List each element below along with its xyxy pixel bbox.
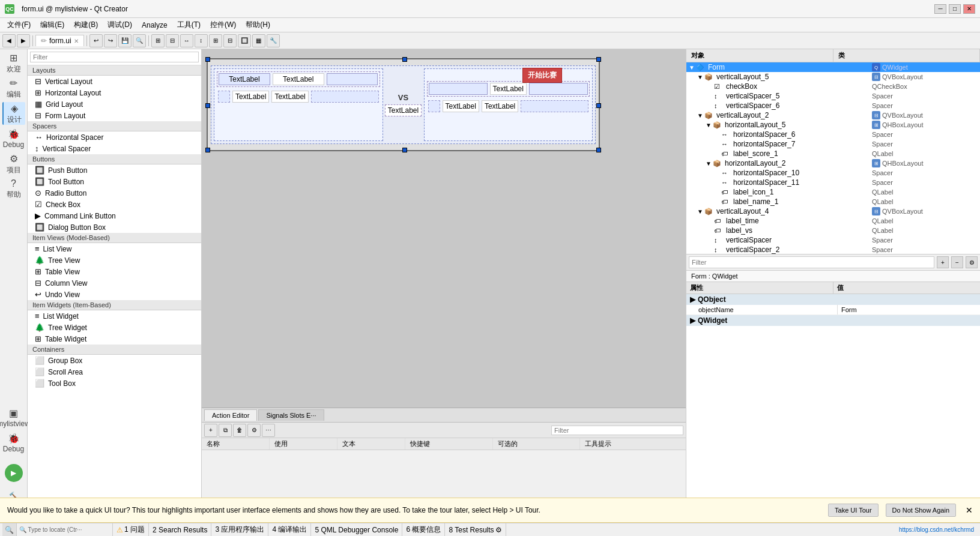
widget-tool-button[interactable]: 🔲 Tool Button — [28, 176, 201, 187]
design-tb-8[interactable]: ↕ — [195, 34, 208, 47]
action-search-btn[interactable]: ⚙ — [247, 424, 261, 437]
status-problems[interactable]: ⚠ 1 问题 — [113, 523, 149, 536]
menu-file[interactable]: 文件(F) — [2, 19, 35, 31]
toolbar-btn-1[interactable]: ◀ — [2, 34, 16, 47]
tree-row-ln1[interactable]: 🏷 label_name_1 QLabel — [686, 197, 980, 206]
action-filter-input[interactable] — [551, 426, 683, 435]
status-test[interactable]: 8 Test Results ⚙ — [445, 523, 506, 536]
tree-row-vl2[interactable]: ▼ 📦 verticalLayout_2 ⊟ QVBoxLayout — [686, 110, 980, 120]
tree-row-li1[interactable]: 🏷 label_icon_1 QLabel — [686, 187, 980, 197]
action-new-btn[interactable]: + — [204, 424, 217, 437]
design-tb-13[interactable]: 🔧 — [267, 34, 280, 47]
tree-row-ls1[interactable]: 🏷 label_score_1 QLabel — [686, 149, 980, 158]
widget-horizontal-spacer[interactable]: ↔ Horizontal Spacer — [28, 131, 201, 143]
status-summary[interactable]: 6 概要信息 — [402, 523, 445, 536]
widget-vertical-spacer[interactable]: ↕ Vertical Spacer — [28, 143, 201, 154]
sidebar-item-mylistview[interactable]: ▣ mylistview — [2, 406, 25, 429]
sidebar-item-debug[interactable]: 🐞 Debug — [2, 127, 25, 150]
tree-row-form[interactable]: ▼ 🔷 Form Q QWidget — [686, 62, 980, 72]
tree-row-hs11[interactable]: ↔ horizontalSpacer_11 Spacer — [686, 178, 980, 187]
widget-undo-view[interactable]: ↩ Undo View — [28, 289, 201, 300]
widget-command-link-button[interactable]: ▶ Command Link Button — [28, 210, 201, 221]
tree-row-vs6[interactable]: ↕ verticalSpacer_6 Spacer — [686, 101, 980, 110]
widget-list-widget[interactable]: ≡ List Widget — [28, 310, 201, 322]
prop-section-qwidget[interactable]: ▶ QWidget — [686, 315, 980, 326]
design-area[interactable]: TextLabel TextLabel — [202, 49, 686, 408]
widget-form-layout[interactable]: ⊟ Form Layout — [28, 110, 201, 121]
tree-row-vl5[interactable]: ▼ 📦 verticalLayout_5 ⊟ QVBoxLayout — [686, 72, 980, 82]
widget-dialog-button-box[interactable]: 🔲 Dialog Button Box — [28, 221, 201, 233]
widget-tree-view[interactable]: 🌲 Tree View — [28, 254, 201, 266]
tree-row-vs2[interactable]: ↕ verticalSpacer_2 Spacer — [686, 245, 980, 254]
design-tb-11[interactable]: 🔲 — [238, 34, 251, 47]
tree-row-hl5[interactable]: ▼ 📦 horizontalLayout_5 ⊞ QHBoxLayout — [686, 120, 980, 130]
file-tab-close[interactable]: ✕ — [74, 38, 79, 44]
widget-list-view[interactable]: ≡ List View — [28, 243, 201, 254]
design-tb-10[interactable]: ⊟ — [223, 34, 237, 47]
sidebar-item-projects[interactable]: ⚙ 项目 — [2, 152, 25, 175]
design-tb-12[interactable]: ▦ — [252, 34, 265, 47]
toolbar-btn-2[interactable]: ▶ — [17, 34, 30, 47]
sidebar-item-help[interactable]: ? 帮助 — [2, 178, 25, 200]
tour-close-button[interactable]: ✕ — [966, 505, 973, 515]
menu-help[interactable]: 帮助(H) — [241, 19, 275, 31]
props-filter-gear[interactable]: ⚙ — [966, 256, 978, 268]
tree-row-hl2[interactable]: ▼ 📦 horizontalLayout_2 ⊞ QHBoxLayout — [686, 158, 980, 168]
status-app-output[interactable]: 3 应用程序输出 — [211, 523, 268, 536]
sidebar-item-debug2[interactable]: 🐞 Debug — [2, 432, 25, 454]
tree-row-lt[interactable]: 🏷 label_time QLabel — [686, 216, 980, 226]
design-tb-2[interactable]: ↪ — [104, 34, 117, 47]
props-filter-plus[interactable]: + — [937, 256, 949, 268]
menu-build[interactable]: 构建(B) — [69, 19, 103, 31]
menu-edit[interactable]: 编辑(E) — [35, 19, 69, 31]
action-more-btn[interactable]: ⋯ — [262, 424, 275, 437]
menu-analyze[interactable]: Analyze — [137, 20, 172, 31]
close-button[interactable]: ✕ — [963, 4, 975, 14]
widget-grid-layout[interactable]: ▦ Grid Layout — [28, 98, 201, 110]
run-button[interactable]: ▶ — [5, 464, 23, 482]
sidebar-item-design[interactable]: ◈ 设计 — [2, 102, 25, 125]
tree-row-hs6[interactable]: ↔ horizontalSpacer_6 Spacer — [686, 130, 980, 139]
widget-tree-widget[interactable]: 🌲 Tree Widget — [28, 322, 201, 333]
locate-input-area[interactable]: 🔍 Type to locate (Ctr··· — [17, 523, 113, 536]
design-tb-5[interactable]: ⊞ — [151, 34, 165, 47]
status-qml-debug[interactable]: 5 QML Debugger Console — [311, 523, 402, 536]
take-ui-tour-button[interactable]: Take UI Tour — [828, 504, 879, 517]
status-search[interactable]: 2 Search Results — [149, 523, 211, 536]
url-bar[interactable]: https://blog.csdn.net/kchrmd — [895, 526, 978, 533]
design-tb-3[interactable]: 💾 — [118, 34, 132, 47]
tab-action-editor[interactable]: Action Editor — [204, 409, 257, 421]
tree-row-checkbox[interactable]: ☑ checkBox QCheckBox — [686, 82, 980, 91]
widget-filter-input[interactable] — [30, 52, 199, 62]
sidebar-item-edit[interactable]: ✏ 编辑 — [2, 77, 25, 100]
tree-row-hs10[interactable]: ↔ horizontalSpacer_10 Spacer — [686, 168, 980, 178]
do-not-show-again-button[interactable]: Do Not Show Again — [886, 504, 956, 517]
design-tb-9[interactable]: ⊞ — [209, 34, 222, 47]
props-filter-minus[interactable]: − — [951, 256, 963, 268]
widget-push-button[interactable]: 🔲 Push Button — [28, 164, 201, 176]
widget-table-view[interactable]: ⊞ Table View — [28, 266, 201, 277]
design-tb-4[interactable]: 🔍 — [133, 34, 146, 47]
prop-objectname-value[interactable]: Form — [838, 305, 980, 315]
tree-row-vs5[interactable]: ↕ verticalSpacer_5 Spacer — [686, 91, 980, 101]
design-tb-6[interactable]: ⊟ — [166, 34, 179, 47]
props-filter-input[interactable] — [689, 256, 934, 268]
design-tb-1[interactable]: ↩ — [89, 34, 103, 47]
widget-check-box[interactable]: ☑ Check Box — [28, 199, 201, 210]
tree-row-vsp[interactable]: ↕ verticalSpacer Spacer — [686, 235, 980, 245]
sidebar-item-welcome[interactable]: ⊞ 欢迎 — [2, 52, 25, 74]
tree-row-hs7[interactable]: ↔ horizontalSpacer_7 Spacer — [686, 139, 980, 149]
file-tab[interactable]: ✏ form.ui ✕ — [35, 35, 84, 46]
start-button[interactable]: 开始比赛 — [522, 68, 562, 83]
widget-scroll-area[interactable]: ⬜ Scroll Area — [28, 366, 201, 378]
widget-tool-box[interactable]: ⬜ Tool Box — [28, 378, 201, 389]
restore-button[interactable]: □ — [949, 4, 961, 14]
widget-table-widget[interactable]: ⊞ Table Widget — [28, 333, 201, 345]
tab-signals-slots[interactable]: Signals Slots E··· — [258, 409, 324, 421]
widget-horizontal-layout[interactable]: ⊞ Horizontal Layout — [28, 87, 201, 98]
widget-radio-button[interactable]: ⊙ Radio Button — [28, 187, 201, 199]
widget-vertical-layout[interactable]: ⊟ Vertical Layout — [28, 76, 201, 87]
widget-column-view[interactable]: ⊟ Column View — [28, 277, 201, 289]
menu-tools[interactable]: 工具(T) — [172, 19, 205, 31]
widget-group-box[interactable]: ⬜ Group Box — [28, 355, 201, 366]
